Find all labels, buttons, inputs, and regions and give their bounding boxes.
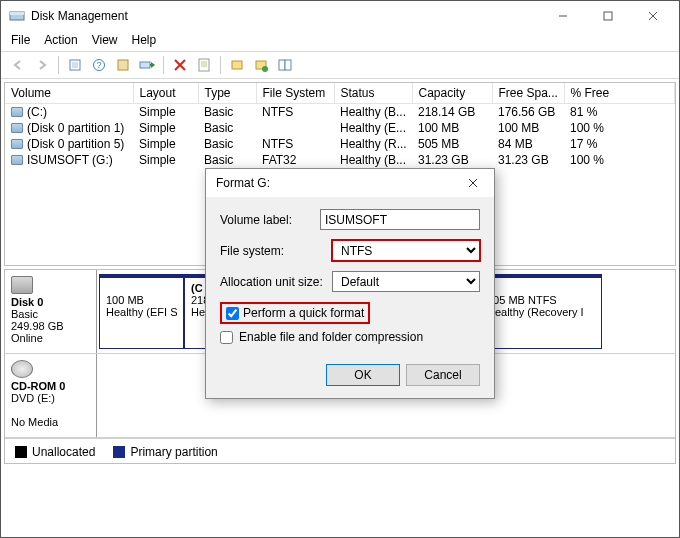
legend: Unallocated Primary partition (5, 438, 675, 464)
cdrom-status: No Media (11, 416, 58, 428)
svg-point-21 (262, 66, 268, 72)
maximize-button[interactable] (585, 1, 630, 31)
toolbar: ? (1, 52, 679, 79)
allocation-unit-select[interactable]: Default (332, 271, 480, 292)
partition[interactable]: 505 MB NTFSHealthy (Recovery I (480, 274, 602, 349)
partition[interactable]: 100 MBHealthy (EFI S (99, 274, 184, 349)
window-title: Disk Management (31, 9, 128, 23)
table-row[interactable]: (Disk 0 partition 1)SimpleBasicHealthy (… (5, 120, 675, 136)
svg-rect-1 (10, 12, 24, 15)
menu-help[interactable]: Help (132, 33, 157, 47)
cdrom-type: DVD (E:) (11, 392, 55, 404)
properties-icon[interactable] (193, 54, 215, 76)
menu-view[interactable]: View (92, 33, 118, 47)
action-icon[interactable] (136, 54, 158, 76)
delete-icon[interactable] (169, 54, 191, 76)
dialog-titlebar[interactable]: Format G: (206, 169, 494, 197)
ok-button[interactable]: OK (326, 364, 400, 386)
refresh-icon[interactable] (64, 54, 86, 76)
settings-icon[interactable] (112, 54, 134, 76)
volume-label-input[interactable] (320, 209, 480, 230)
svg-rect-19 (232, 61, 242, 69)
cdrom-icon (11, 360, 33, 378)
forward-icon[interactable] (31, 54, 53, 76)
table-row[interactable]: ISUMSOFT (G:)SimpleBasicFAT32Healthy (B.… (5, 152, 675, 168)
compression-checkbox[interactable] (220, 331, 233, 344)
svg-rect-15 (199, 59, 209, 71)
disk0-size: 249.98 GB (11, 320, 64, 332)
back-icon[interactable] (7, 54, 29, 76)
disk-icon (11, 276, 33, 294)
tool-a-icon[interactable] (226, 54, 248, 76)
quick-format-label: Perform a quick format (243, 306, 364, 320)
app-icon (9, 8, 25, 24)
svg-rect-10 (118, 60, 128, 70)
svg-marker-12 (151, 62, 155, 68)
svg-text:?: ? (96, 60, 101, 70)
legend-unallocated: Unallocated (32, 445, 95, 459)
disk0-head[interactable]: Disk 0 Basic 249.98 GB Online (5, 270, 97, 353)
legend-primary: Primary partition (130, 445, 217, 459)
cdrom-head[interactable]: CD-ROM 0 DVD (E:) No Media (5, 354, 97, 437)
dialog-title: Format G: (216, 176, 270, 190)
menubar: File Action View Help (1, 31, 679, 52)
legend-swatch-primary (113, 446, 125, 458)
svg-rect-11 (140, 62, 150, 68)
close-button[interactable] (630, 1, 675, 31)
disk0-name: Disk 0 (11, 296, 43, 308)
disk0-type: Basic (11, 308, 38, 320)
disk0-status: Online (11, 332, 43, 344)
volume-label-text: Volume label: (220, 213, 320, 227)
svg-rect-7 (72, 62, 78, 68)
format-dialog: Format G: Volume label: File system: NTF… (205, 168, 495, 399)
table-header[interactable]: VolumeLayout TypeFile System StatusCapac… (5, 83, 675, 104)
menu-action[interactable]: Action (44, 33, 77, 47)
compression-label: Enable file and folder compression (239, 330, 423, 344)
cdrom-name: CD-ROM 0 (11, 380, 65, 392)
volumes-table[interactable]: VolumeLayout TypeFile System StatusCapac… (5, 83, 675, 168)
file-system-text: File system: (220, 244, 332, 258)
table-row[interactable]: (Disk 0 partition 5)SimpleBasicNTFSHealt… (5, 136, 675, 152)
legend-swatch-unallocated (15, 446, 27, 458)
allocation-unit-text: Allocation unit size: (220, 275, 332, 289)
cancel-button[interactable]: Cancel (406, 364, 480, 386)
file-system-select[interactable]: NTFS (332, 240, 480, 261)
tool-b-icon[interactable] (250, 54, 272, 76)
minimize-button[interactable] (540, 1, 585, 31)
dialog-close-icon[interactable] (458, 171, 488, 195)
quick-format-checkbox[interactable] (226, 307, 239, 320)
svg-rect-3 (604, 12, 612, 20)
tool-c-icon[interactable] (274, 54, 296, 76)
menu-file[interactable]: File (11, 33, 30, 47)
svg-rect-23 (285, 60, 291, 70)
svg-rect-22 (279, 60, 285, 70)
help-icon[interactable]: ? (88, 54, 110, 76)
table-row[interactable]: (C:)SimpleBasicNTFSHealthy (B...218.14 G… (5, 104, 675, 121)
titlebar: Disk Management (1, 1, 679, 31)
